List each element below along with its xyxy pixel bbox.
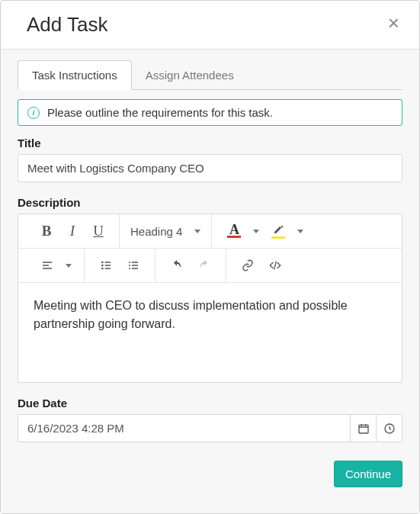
bold-button[interactable]: B [34, 220, 59, 242]
title-field: Title [18, 137, 402, 182]
text-color-button[interactable]: A [220, 220, 248, 242]
toolbar-group-insert [226, 255, 297, 276]
chevron-down-icon [66, 264, 72, 268]
rich-text-editor: B I U Heading 4 [18, 214, 402, 383]
toolbar-group-heading: Heading 4 [120, 220, 211, 242]
toolbar-group-text-style: B I U [26, 220, 119, 242]
bullet-list-button[interactable] [92, 255, 120, 276]
toolbar-group-colors: A [212, 220, 316, 242]
svg-rect-3 [359, 425, 368, 433]
calendar-button[interactable] [350, 415, 376, 442]
highlight-color-dropdown[interactable] [293, 220, 308, 242]
modal-header: Add Task × [1, 1, 419, 49]
clock-icon [383, 422, 396, 435]
toolbar-group-lists [85, 255, 155, 276]
tabs: Task Instructions Assign Attendees [18, 60, 402, 90]
highlight-color-button[interactable] [264, 220, 293, 242]
highlight-icon [271, 223, 285, 239]
svg-point-2 [101, 268, 104, 270]
modal-title: Add Task [27, 13, 107, 37]
time-button[interactable] [376, 415, 402, 442]
modal-body: Task Instructions Assign Attendees i Ple… [1, 49, 419, 513]
numbered-list-button[interactable] [120, 255, 147, 276]
due-date-label: Due Date [18, 397, 402, 410]
heading-dropdown[interactable]: Heading 4 [127, 223, 204, 239]
info-icon: i [27, 107, 40, 119]
description-label: Description [18, 196, 402, 209]
footer-actions: Continue [18, 450, 402, 487]
description-field: Description B I U Heading 4 [18, 196, 402, 383]
tab-assign-attendees[interactable]: Assign Attendees [132, 60, 248, 90]
align-button[interactable] [34, 255, 61, 276]
description-editor[interactable]: Meeting with CEO to discuss implementati… [18, 283, 402, 382]
due-date-field: Due Date [18, 397, 402, 442]
heading-dropdown-label: Heading 4 [130, 225, 182, 238]
italic-button[interactable]: I [59, 220, 85, 242]
redo-button[interactable] [191, 255, 218, 276]
due-date-input[interactable] [18, 415, 350, 442]
info-banner-text: Please outline the requirements for this… [47, 106, 273, 119]
link-button[interactable] [234, 255, 261, 276]
editor-toolbar-row-2 [18, 249, 402, 283]
align-dropdown[interactable] [61, 255, 76, 276]
chevron-down-icon [253, 230, 259, 233]
continue-button[interactable]: Continue [334, 461, 402, 487]
svg-point-1 [101, 265, 104, 267]
toolbar-group-align [26, 255, 84, 276]
close-button[interactable]: × [385, 13, 402, 33]
chevron-down-icon [194, 230, 200, 233]
title-label: Title [18, 137, 402, 149]
title-input[interactable] [18, 154, 402, 182]
code-button[interactable] [261, 255, 289, 276]
toolbar-group-history [155, 255, 226, 276]
highlight-color-swatch [271, 236, 285, 239]
info-banner: i Please outline the requirements for th… [18, 99, 402, 126]
chevron-down-icon [297, 230, 303, 233]
text-color-swatch [227, 236, 241, 238]
tab-task-instructions[interactable]: Task Instructions [18, 60, 132, 90]
add-task-modal: Add Task × Task Instructions Assign Atte… [0, 0, 420, 514]
svg-point-0 [101, 262, 104, 264]
undo-button[interactable] [163, 255, 191, 276]
editor-toolbar-row-1: B I U Heading 4 [18, 214, 402, 249]
underline-button[interactable]: U [85, 220, 111, 242]
text-color-dropdown[interactable] [248, 220, 264, 242]
calendar-icon [357, 422, 370, 435]
text-color-icon: A [227, 224, 241, 238]
due-date-row [18, 414, 402, 442]
